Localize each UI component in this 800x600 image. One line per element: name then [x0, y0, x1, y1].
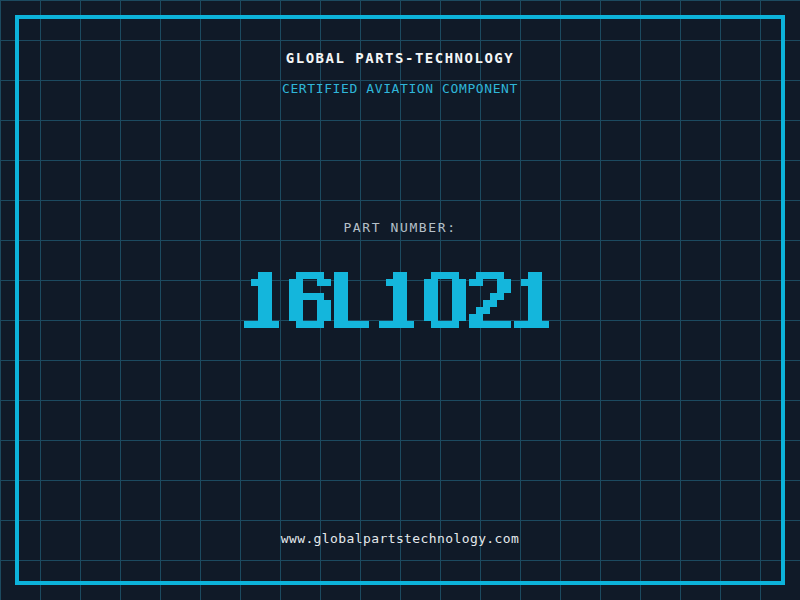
part-number-label: PART NUMBER: — [0, 220, 800, 235]
certificate-page: GLOBAL PARTS-TECHNOLOGY CERTIFIED AVIATI… — [0, 0, 800, 600]
part-number-value — [0, 272, 800, 328]
company-title: GLOBAL PARTS-TECHNOLOGY — [0, 50, 800, 66]
website-url: www.globalpartstechnology.com — [0, 531, 800, 546]
certification-subtitle: CERTIFIED AVIATION COMPONENT — [0, 81, 800, 96]
